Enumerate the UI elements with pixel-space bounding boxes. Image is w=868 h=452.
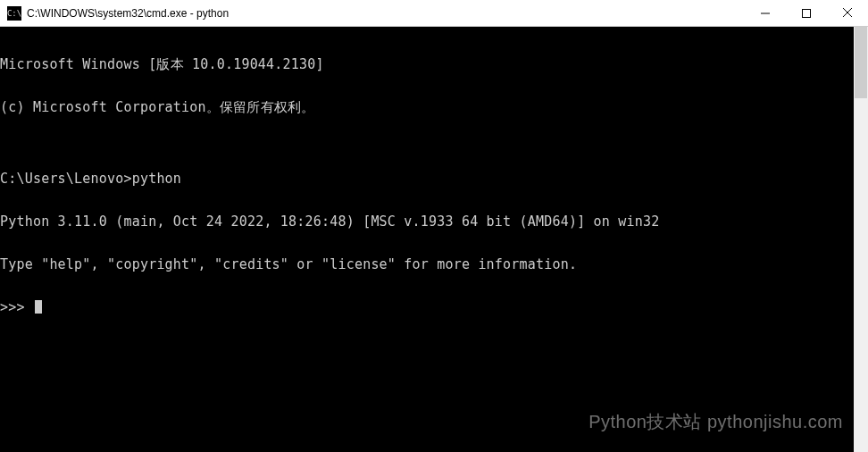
- window-titlebar: C:\ C:\WINDOWS\system32\cmd.exe - python: [0, 0, 868, 27]
- terminal-line: C:\Users\Lenovo>python: [0, 172, 854, 186]
- minimize-button[interactable]: [745, 0, 786, 26]
- cmd-icon: C:\: [7, 6, 21, 21]
- close-button[interactable]: [827, 0, 868, 26]
- svg-rect-1: [803, 9, 811, 17]
- terminal-line: (c) Microsoft Corporation。保留所有权利。: [0, 100, 854, 114]
- scrollbar-thumb[interactable]: [855, 27, 867, 98]
- minimize-icon: [761, 9, 770, 18]
- terminal-content[interactable]: Microsoft Windows [版本 10.0.19044.2130] (…: [0, 27, 854, 452]
- cursor: [35, 300, 42, 314]
- terminal-area: Microsoft Windows [版本 10.0.19044.2130] (…: [0, 27, 868, 452]
- terminal-line: Microsoft Windows [版本 10.0.19044.2130]: [0, 57, 854, 71]
- terminal-line: Type "help", "copyright", "credits" or "…: [0, 257, 854, 272]
- terminal-line: Python 3.11.0 (main, Oct 24 2022, 18:26:…: [0, 214, 854, 229]
- vertical-scrollbar[interactable]: [854, 27, 868, 452]
- python-prompt: >>>: [0, 300, 33, 314]
- maximize-button[interactable]: [786, 0, 827, 26]
- close-icon: [843, 8, 853, 18]
- window-title: C:\WINDOWS\system32\cmd.exe - python: [27, 7, 745, 20]
- maximize-icon: [802, 9, 811, 18]
- python-prompt-row: >>>: [0, 300, 854, 314]
- window-controls: [745, 0, 868, 26]
